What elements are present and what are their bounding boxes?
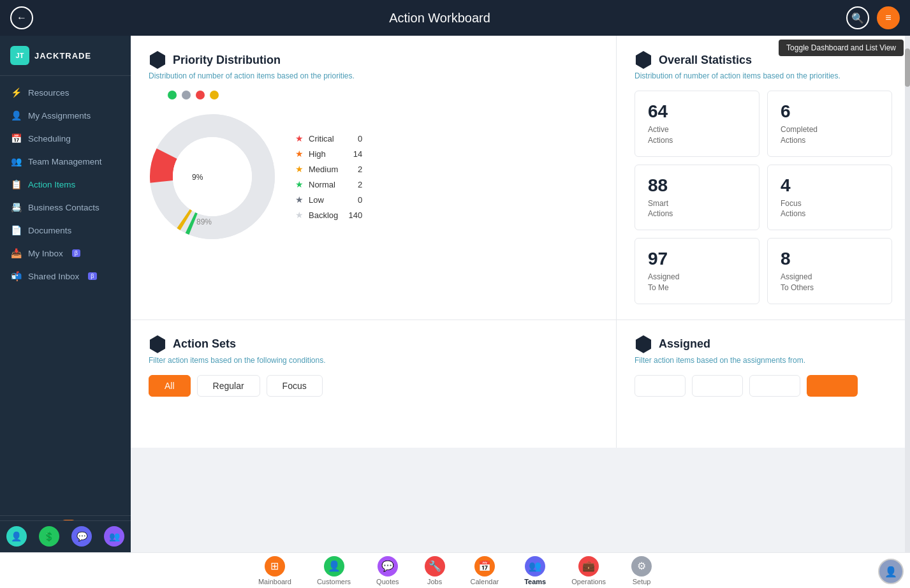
action-sets-section: Action Sets Filter action items based on… <box>131 320 617 448</box>
completed-actions-label: CompletedActions <box>781 124 879 146</box>
main-content: Priority Distribution Distribution of nu… <box>131 36 910 552</box>
logo-text: JACKTRADE <box>34 51 91 61</box>
sidebar-item-label: Team Management <box>28 157 102 166</box>
normal-label: Normal <box>309 180 335 189</box>
logo-icon: JT <box>10 46 29 65</box>
assigned-subtitle: Filter action items based on the assignm… <box>635 356 892 365</box>
priority-hex-icon <box>149 51 166 69</box>
assignments-icon: 👤 <box>10 110 22 121</box>
assigned-to-others-number: 8 <box>781 249 879 269</box>
sidebar-item-label: Action Items <box>28 180 75 189</box>
stat-card-focus-actions[interactable]: 4 FocusActions <box>767 165 892 231</box>
shared-inbox-icon: 📬 <box>10 271 22 281</box>
backlog-count: 140 <box>343 210 362 220</box>
nav-mainboard[interactable]: ⊞ Mainboard <box>246 554 304 588</box>
stat-card-smart-actions[interactable]: 88 SmartActions <box>635 165 760 231</box>
dot-yellow <box>210 91 219 99</box>
nav-teams[interactable]: 👥 Teams <box>511 554 559 588</box>
low-count: 0 <box>343 195 362 205</box>
stat-card-assigned-to-others[interactable]: 8 AssignedTo Others <box>767 238 892 304</box>
documents-icon: 📄 <box>10 225 22 235</box>
active-actions-label: ActiveActions <box>648 124 746 146</box>
top-bar-left: ← <box>10 6 33 29</box>
overall-hex-icon <box>635 51 652 69</box>
assigned-filter-1[interactable] <box>635 375 686 397</box>
donut-chart: 9% 89% <box>149 110 276 237</box>
dot-red <box>196 91 205 99</box>
sidebar-scrollbar[interactable] <box>905 36 910 552</box>
nav-operations[interactable]: 💼 Operations <box>559 554 619 588</box>
nav-setup[interactable]: ⚙ Setup <box>619 554 664 588</box>
menu-button[interactable]: ≡ <box>877 6 900 29</box>
focus-actions-label: FocusActions <box>781 198 879 220</box>
sidebar-item-team-management[interactable]: 👥 Team Management <box>0 150 131 173</box>
stat-card-active-actions[interactable]: 64 ActiveActions <box>635 91 760 157</box>
sidebar-item-label: My Assignments <box>28 111 91 121</box>
svg-text:9%: 9% <box>192 173 203 182</box>
legend-item-high: ★ High 14 <box>295 149 362 159</box>
action-sets-title-row: Action Sets <box>149 335 598 353</box>
action-items-icon: 📋 <box>10 179 22 189</box>
action-sets-title: Action Sets <box>173 337 236 351</box>
svg-text:89%: 89% <box>196 217 212 226</box>
stat-card-assigned-to-me[interactable]: 97 AssignedTo Me <box>635 238 760 304</box>
critical-label: Critical <box>309 134 334 143</box>
sidebar-item-action-items[interactable]: 📋 Action Items <box>0 173 131 196</box>
assigned-to-others-label: AssignedTo Others <box>781 272 879 293</box>
sidebar-item-documents[interactable]: 📄 Documents <box>0 219 131 242</box>
nav-jobs[interactable]: 🔧 Jobs <box>412 554 458 588</box>
teams-icon: 👥 <box>525 556 545 577</box>
critical-star: ★ <box>295 133 304 143</box>
teams-label: Teams <box>524 578 546 585</box>
priority-dist-title: Priority Distribution <box>173 54 281 67</box>
sidebar-item-business-contacts[interactable]: 📇 Business Contacts <box>0 196 131 219</box>
sidebar-item-resources[interactable]: ⚡ Resources <box>0 81 131 104</box>
scroll-thumb[interactable] <box>905 48 910 87</box>
top-bar: ← Action Workboard 🔍 ≡ <box>0 0 910 36</box>
chat-icon[interactable]: 💬 <box>71 526 92 547</box>
quotes-icon: 💬 <box>378 556 398 577</box>
high-count: 14 <box>343 149 362 159</box>
priority-dist-subtitle: Distribution of number of action items b… <box>149 71 598 80</box>
priority-dist-title-row: Priority Distribution <box>149 51 598 69</box>
bottom-nav: ⊞ Mainboard 👤 Customers 💬 Quotes 🔧 Jobs … <box>0 552 910 588</box>
sidebar-item-scheduling[interactable]: 📅 Scheduling <box>0 127 131 150</box>
medium-count: 2 <box>343 165 362 174</box>
user-avatar[interactable]: 👤 <box>878 559 904 584</box>
jobs-label: Jobs <box>427 578 442 585</box>
team-icon-bottom[interactable]: 👥 <box>104 526 124 547</box>
sidebar-item-label: Documents <box>28 226 71 235</box>
back-button[interactable]: ← <box>10 6 33 29</box>
user-profile-icon[interactable]: 👤 <box>6 526 27 547</box>
sidebar-item-shared-inbox[interactable]: 📬 Shared Inbox β <box>0 265 131 288</box>
normal-star: ★ <box>295 179 304 189</box>
sidebar-item-my-inbox[interactable]: 📥 My Inbox β <box>0 242 131 265</box>
medium-star: ★ <box>295 164 304 174</box>
high-label: High <box>309 149 326 159</box>
sidebar-item-label: Shared Inbox <box>28 272 79 281</box>
operations-label: Operations <box>571 578 606 585</box>
search-button[interactable]: 🔍 <box>846 6 869 29</box>
assigned-filter-3[interactable] <box>749 375 800 397</box>
quotes-label: Quotes <box>376 578 399 585</box>
stat-card-completed-actions[interactable]: 6 CompletedActions <box>767 91 892 157</box>
assigned-filter-active[interactable] <box>807 375 858 397</box>
nav-customers[interactable]: 👤 Customers <box>304 554 363 588</box>
mainboard-icon: ⊞ <box>265 556 285 577</box>
nav-calendar[interactable]: 📅 Calendar <box>458 554 512 588</box>
filter-all-button[interactable]: All <box>149 375 191 397</box>
nav-quotes[interactable]: 💬 Quotes <box>363 554 411 588</box>
low-label: Low <box>309 195 324 205</box>
contacts-icon: 📇 <box>10 202 22 212</box>
filter-focus-button[interactable]: Focus <box>267 375 323 397</box>
sidebar-item-my-assignments[interactable]: 👤 My Assignments <box>0 104 131 127</box>
normal-count: 2 <box>343 180 362 189</box>
billing-icon[interactable]: 💲 <box>39 526 59 547</box>
filter-regular-button[interactable]: Regular <box>197 375 260 397</box>
legend-item-normal: ★ Normal 2 <box>295 179 362 189</box>
assigned-filter-2[interactable] <box>692 375 743 397</box>
high-star: ★ <box>295 149 304 159</box>
customers-label: Customers <box>317 578 351 585</box>
assigned-section: Assigned Filter action items based on th… <box>617 320 910 448</box>
sidebar-nav: ⚡ Resources 👤 My Assignments 📅 Schedulin… <box>0 76 131 515</box>
